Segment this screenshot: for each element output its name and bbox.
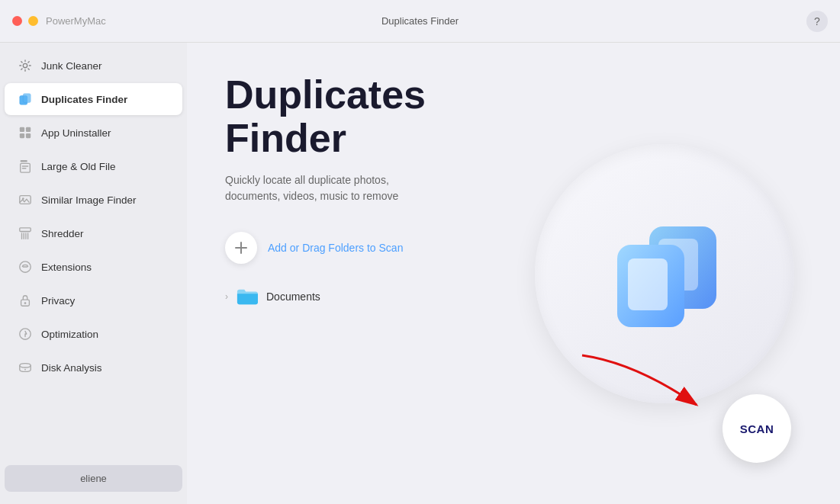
optimization-icon [17, 326, 34, 342]
titlebar: PowerMyMac Duplicates Finder ? [0, 0, 840, 43]
sidebar-label-app-uninstaller: App Uninstaller [41, 127, 111, 139]
gear-icon [17, 57, 34, 74]
minimize-button[interactable] [28, 16, 38, 26]
file-icon [17, 158, 34, 175]
sidebar-item-large-old-file[interactable]: Large & Old File [5, 150, 182, 182]
privacy-icon [17, 292, 34, 309]
scan-label: SCAN [740, 422, 774, 435]
sidebar-item-privacy[interactable]: Privacy [5, 284, 182, 316]
app-name: PowerMyMac [46, 15, 106, 27]
sidebar-item-extensions[interactable]: Extensions [5, 251, 182, 283]
sidebar-item-junk-cleaner[interactable]: Junk Cleaner [5, 50, 182, 82]
close-button[interactable] [12, 16, 22, 26]
sidebar-label-shredder: Shredder [41, 228, 84, 239]
sidebar-item-optimization[interactable]: Optimization [5, 318, 182, 350]
sidebar-label-junk-cleaner: Junk Cleaner [41, 60, 102, 72]
folder-item-documents[interactable]: › Documents [225, 282, 527, 311]
sidebar-item-app-uninstaller[interactable]: App Uninstaller [5, 117, 182, 149]
folder-icon [236, 285, 259, 308]
traffic-lights [12, 16, 38, 26]
sidebar-item-duplicates-finder[interactable]: Duplicates Finder [5, 83, 182, 115]
svg-point-23 [20, 364, 31, 368]
disk-icon [17, 359, 34, 376]
sidebar-label-extensions: Extensions [41, 262, 92, 273]
content-area: Duplicates Finder Quickly locate all dup… [187, 43, 840, 504]
svg-rect-13 [20, 228, 31, 232]
sidebar-label-disk-analysis: Disk Analysis [41, 362, 102, 374]
sidebar-label-duplicates-finder: Duplicates Finder [41, 94, 127, 105]
main-layout: Junk Cleaner Duplicates Finder [0, 43, 840, 504]
content-inner: Duplicates Finder Quickly locate all dup… [187, 43, 840, 504]
add-icon [225, 232, 257, 264]
shredder-icon [17, 225, 34, 242]
sidebar-label-similar-image-finder: Similar Image Finder [41, 194, 137, 206]
sidebar-label-privacy: Privacy [41, 295, 75, 307]
duplicate-icon [17, 91, 34, 108]
window-title: Duplicates Finder [381, 15, 459, 27]
sidebar-label-large-old-file: Large & Old File [41, 161, 116, 172]
folder-item-label: Documents [266, 291, 320, 303]
sidebar-item-disk-analysis[interactable]: Disk Analysis [5, 352, 182, 384]
svg-rect-3 [20, 127, 24, 132]
sidebar-footer: eliene [0, 459, 187, 498]
extension-icon [17, 258, 34, 275]
scan-button[interactable]: SCAN [723, 394, 791, 463]
image-icon [17, 191, 34, 208]
content-right: SCAN [527, 73, 802, 474]
svg-rect-30 [628, 258, 668, 310]
sidebar: Junk Cleaner Duplicates Finder [0, 43, 187, 504]
duplicates-finder-illustration [596, 205, 733, 342]
svg-rect-5 [20, 133, 24, 138]
svg-point-0 [23, 63, 27, 67]
content-left: Duplicates Finder Quickly locate all dup… [225, 73, 527, 474]
sidebar-item-shredder[interactable]: Shredder [5, 217, 182, 249]
svg-rect-4 [26, 127, 31, 132]
help-button[interactable]: ? [806, 11, 828, 32]
folder-chevron-icon: › [225, 291, 228, 302]
svg-rect-6 [26, 133, 31, 138]
sidebar-label-optimization: Optimization [41, 329, 98, 340]
add-folder-button[interactable]: Add or Drag Folders to Scan [225, 232, 527, 264]
add-folder-label: Add or Drag Folders to Scan [268, 242, 403, 254]
svg-point-21 [24, 302, 27, 304]
page-title: Duplicates Finder [225, 73, 527, 160]
user-badge[interactable]: eliene [5, 465, 182, 492]
sidebar-item-similar-image-finder[interactable]: Similar Image Finder [5, 184, 182, 216]
svg-point-24 [24, 369, 26, 371]
illustration-circle [535, 144, 794, 403]
page-subtitle: Quickly locate all duplicate photos, doc… [225, 172, 439, 204]
help-area: ? [806, 11, 828, 32]
uninstall-icon [17, 124, 34, 141]
svg-rect-2 [23, 94, 31, 103]
svg-rect-7 [21, 160, 27, 162]
